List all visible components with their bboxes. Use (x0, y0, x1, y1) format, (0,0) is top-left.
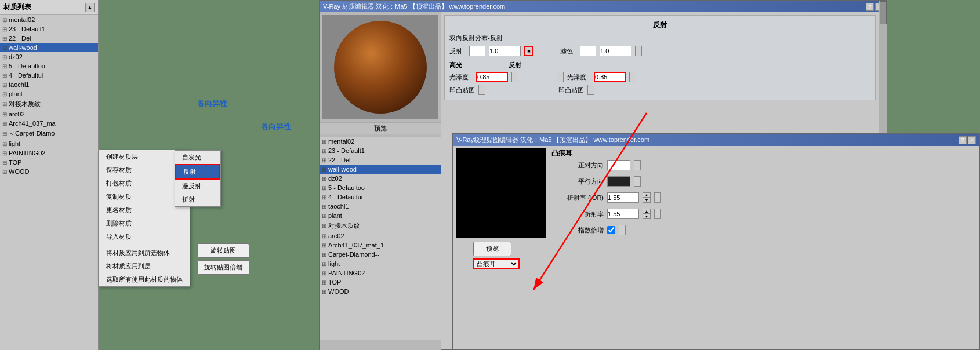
filter-value-input[interactable] (600, 46, 631, 56)
left-material-item-dz02[interactable]: ⊞dz02 (0, 52, 98, 61)
main-material-item-0[interactable]: ⊞mental02 (320, 137, 441, 146)
main-material-item-16[interactable]: ⊞WOOD (320, 287, 441, 296)
texture-close-button[interactable]: × (968, 136, 976, 144)
left-material-item-plant[interactable]: ⊞plant (0, 89, 98, 99)
left-material-item-wood[interactable]: ⊞WOOD (0, 167, 98, 176)
left-material-item-duimu[interactable]: ⊞对接木质纹 (0, 99, 98, 110)
parallel-dir-swatch[interactable] (607, 176, 630, 187)
context-menu-create-layer[interactable]: 创建材质层 ▶ 自发光 反射 漫反射 折射 (99, 150, 190, 163)
texture-section-label: 凸痕耳 (551, 148, 572, 158)
gloss-headers: 高光 反射 (449, 61, 870, 70)
submenu-item-refraction[interactable]: 折射 (175, 193, 220, 206)
reflection-value-input[interactable] (489, 46, 521, 56)
filter-color-swatch[interactable] (580, 46, 596, 56)
preview-sphere (322, 15, 438, 119)
ior-map-btn[interactable] (654, 192, 661, 203)
left-material-item-5-defaultoo[interactable]: ⊞5 - Defaultoo (0, 61, 98, 71)
main-material-item-3[interactable]: ⊞wall-wood (320, 165, 441, 174)
scroll-up-button[interactable]: ▲ (85, 3, 95, 12)
main-material-item-4[interactable]: ⊞dz02 (320, 174, 441, 183)
ior-input[interactable] (607, 192, 639, 203)
bump-label2: 凹凸贴图 (558, 86, 584, 94)
left-material-item-painting02[interactable]: ⊞PAINTING02 (0, 148, 98, 158)
texture-preview (456, 148, 546, 238)
main-window-titlebar: V-Ray 材质编辑器 汉化：Ma5 【顶渲出品】 www.toprender.… (320, 1, 887, 13)
anisotropy-buttons: 旋转贴图 旋转贴图倍增 (197, 243, 249, 275)
parallel-dir-label: 平行方向 (551, 177, 604, 186)
submenu-item-glow[interactable]: 自发光 (175, 151, 220, 164)
texture-dropdown-area: 凸痕耳 (473, 258, 520, 269)
main-material-item-15[interactable]: ⊞TOP (320, 278, 441, 287)
main-material-item-8[interactable]: ⊞plant (320, 211, 441, 220)
main-material-item-11[interactable]: ⊞Arch41_037_mat_1 (320, 240, 441, 250)
left-material-item-arc02[interactable]: ⊞arc02 (0, 110, 98, 119)
reflection-map-button[interactable]: ■ (524, 46, 533, 56)
bump-label: 凹凸贴图 (449, 86, 475, 94)
context-menu-apply-layer[interactable]: 将材质应用到层 (99, 260, 190, 273)
main-material-item-1[interactable]: ⊞23 - Default1 (320, 146, 441, 155)
sphere-overlay (334, 21, 427, 114)
bump-map-btn-1[interactable] (478, 85, 485, 95)
main-material-item-6[interactable]: ⊞4 - Defaultui (320, 192, 441, 202)
ior-label: 折射率 (IOR) (551, 194, 604, 202)
help-button[interactable]: ? (866, 3, 874, 11)
rotate-map-button[interactable]: 旋转贴图 (197, 243, 249, 258)
glossiness-spin-1[interactable] (511, 72, 518, 82)
submenu-item-reflection[interactable]: 反射 (175, 164, 220, 180)
filter-map-button[interactable] (635, 46, 642, 56)
vray-texture-window: V-Ray纹理贴图编辑器 汉化：Ma5 【顶渲出品】 www.toprender… (452, 133, 980, 350)
scrollbar-thumb[interactable] (880, 1, 887, 24)
left-material-item-top[interactable]: ⊞TOP (0, 158, 98, 167)
bump-row: 凹凸贴图 凹凸贴图 (449, 85, 870, 95)
main-material-item-7[interactable]: ⊞taochi1 (320, 202, 441, 211)
main-material-item-2[interactable]: ⊞22 - Del (320, 155, 441, 165)
left-material-item-mental02[interactable]: ⊞mental02 (0, 15, 98, 24)
rotate-map-mult-button[interactable]: 旋转贴图倍增 (197, 260, 249, 275)
bump-map-btn-2[interactable] (587, 85, 594, 95)
main-material-item-9[interactable]: ⊞对接木质纹 (320, 220, 441, 231)
anisotropy-label-right: 各向异性 (261, 122, 291, 132)
main-material-item-13[interactable]: ⊞light (320, 259, 441, 268)
texture-preview-button[interactable]: 预览 (473, 242, 511, 256)
texture-help-button[interactable]: ? (959, 136, 967, 144)
glossiness-spin-3[interactable] (629, 72, 636, 82)
main-material-item-12[interactable]: ⊞Carpet-Diamond-- (320, 250, 441, 259)
context-menu-select-users[interactable]: 选取所有使用此材质的物体 (99, 273, 190, 286)
main-material-item-14[interactable]: ⊞PAINTING02 (320, 268, 441, 278)
refraction-input[interactable] (607, 209, 639, 219)
context-menu-delete[interactable]: 删除材质 (99, 217, 190, 230)
left-material-item-arch41[interactable]: ⊞Arch41_037_ma (0, 119, 98, 128)
glossiness-label2: 光泽度 (567, 73, 590, 82)
exp-mult-map-btn[interactable] (619, 225, 626, 235)
glossiness-input-2[interactable] (594, 72, 626, 82)
reflection-title: 反射 (449, 20, 870, 30)
texture-type-dropdown[interactable]: 凸痕耳 (473, 258, 520, 269)
left-material-item-22-del[interactable]: ⊞22 - Del (0, 34, 98, 43)
left-material-item-taochi1[interactable]: ⊞taochi1 (0, 80, 98, 89)
menu-separator (99, 245, 190, 245)
context-menu-apply-selected[interactable]: 将材质应用到所选物体 (99, 246, 190, 260)
glossiness-label: 光泽度 (449, 73, 473, 82)
left-material-item-4-defaultui[interactable]: ⊞4 - Defaultui (0, 71, 98, 80)
texture-preview-button-area: 预览 (473, 242, 511, 256)
reflection-color-swatch[interactable] (469, 46, 485, 56)
exp-mult-checkbox[interactable] (607, 226, 615, 234)
left-material-item-wall-wood[interactable]: ⊞wall-wood (0, 43, 98, 52)
ior-spinner[interactable]: ▲ ▼ (643, 192, 651, 203)
normal-dir-swatch[interactable] (607, 160, 630, 170)
glossiness-spin-2[interactable] (557, 72, 564, 82)
glossiness-row: 光泽度 光泽度 (449, 72, 870, 82)
main-material-item-10[interactable]: ⊞arc02 (320, 231, 441, 240)
context-menu-import[interactable]: 导入材质 (99, 230, 190, 243)
left-material-item-23-default1[interactable]: ⊞23 - Default1 (0, 24, 98, 34)
normal-dir-btn[interactable] (634, 160, 641, 170)
glossiness-input-1[interactable] (476, 72, 508, 82)
parallel-dir-btn[interactable] (634, 176, 641, 187)
main-window-material-list[interactable]: ⊞mental02⊞23 - Default1⊞22 - Del⊞wall-wo… (320, 137, 441, 340)
submenu-item-diffuse[interactable]: 漫反射 (175, 180, 220, 193)
main-material-item-5[interactable]: ⊞5 - Defaultoo (320, 183, 441, 192)
left-material-item-light[interactable]: ⊞light (0, 139, 98, 148)
refraction-map-btn[interactable] (654, 209, 661, 219)
refraction-spinner[interactable]: ▲ ▼ (643, 209, 651, 219)
left-material-item-carpet-diamo[interactable]: ⊞＜Carpet-Diamo (0, 128, 98, 139)
